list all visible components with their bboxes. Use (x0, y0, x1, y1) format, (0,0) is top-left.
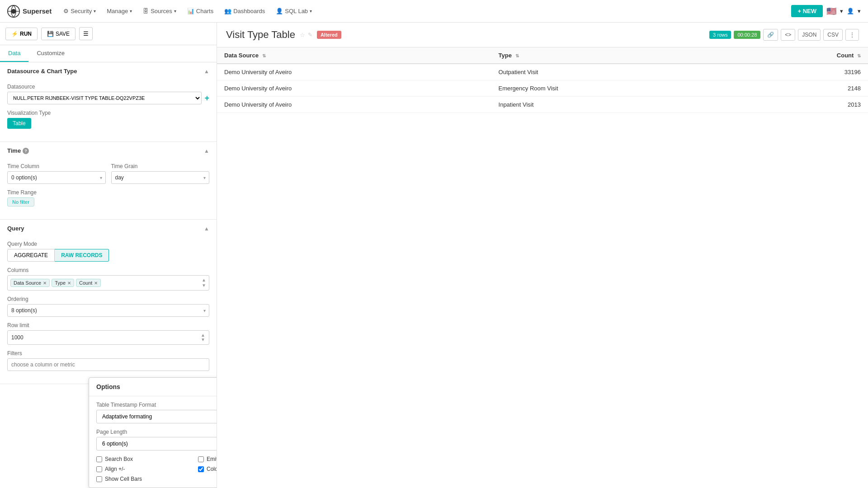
query-section-header[interactable]: Query ▲ (0, 220, 217, 237)
navbar-right: + NEW 🇺🇸 ▾ 👤 ▾ (791, 5, 861, 17)
link-button[interactable]: 🔗 (763, 29, 778, 41)
ordering-select[interactable]: 8 option(s) (7, 304, 209, 317)
table-row: Demo University of Aveiro Outpatient Vis… (217, 64, 868, 80)
query-section-title: Query (7, 225, 24, 232)
row-limit-value: 1000 (11, 334, 199, 341)
edit-icon[interactable]: ✎ (308, 32, 312, 38)
code-button[interactable]: <> (781, 29, 795, 41)
ordering-label: Ordering (7, 296, 209, 302)
page-length-wrapper: 6 option(s) (96, 437, 217, 450)
color-label: Color +/- (207, 466, 217, 472)
time-section-header[interactable]: Time ? ▲ (0, 142, 217, 160)
time-column-group: Time Column 0 option(s) (7, 163, 106, 184)
checkbox-emit-filter: Emit Filter Events (198, 456, 217, 462)
row-limit-down[interactable]: ▼ (201, 338, 205, 342)
filters-group: Filters (7, 350, 209, 371)
datasource-select[interactable]: NULL.PETER RIJNBEEK-VISIT TYPE TABLE-DQ2… (7, 92, 202, 104)
save-icon: 💾 (47, 31, 54, 37)
cell-type-2: Inpatient Visit (491, 97, 740, 113)
user-dropdown-icon[interactable]: ▾ (858, 8, 861, 14)
remove-datasource-col[interactable]: ✕ (43, 281, 47, 286)
options-panel: Options ▲ Table Timestamp Format Adaptat… (89, 377, 217, 488)
extra-button[interactable]: ☰ (79, 27, 93, 40)
table-head: Data Source ⇅ Type ⇅ Count ⇅ (217, 47, 868, 64)
nav-sqllab[interactable]: 👤 SQL Lab ▾ (271, 4, 316, 18)
chart-header: Visit Type Table ☆ ✎ Altered 3 rows 00:0… (217, 23, 868, 47)
col-header-type[interactable]: Type ⇅ (491, 47, 740, 64)
page-length-group: Page Length 6 option(s) (96, 429, 217, 450)
nav-sources[interactable]: 🗄 Sources ▾ (138, 4, 181, 18)
remove-type-col[interactable]: ✕ (67, 281, 71, 286)
query-section: Query ▲ Query Mode AGGREGATE RAW RECORDS… (0, 220, 217, 384)
navbar: Superset ⚙ Security ▾ Manage ▾ 🗄 Sources… (0, 0, 868, 23)
table-row: Demo University of Aveiro Inpatient Visi… (217, 97, 868, 113)
query-mode-label: Query Mode (7, 241, 209, 247)
align-label: Align +/- (105, 466, 125, 472)
time-column-select[interactable]: 0 option(s) (7, 171, 106, 184)
viz-type-button[interactable]: Table (7, 118, 31, 129)
brand-logo[interactable]: Superset (7, 5, 52, 18)
more-button[interactable]: ⋮ (845, 29, 859, 41)
collapse-icon: ▲ (204, 68, 209, 75)
columns-select[interactable]: Data Source ✕ Type ✕ Count ✕ (7, 275, 209, 291)
checkbox-color: Color +/- (198, 466, 217, 472)
viz-type-group: Visualization Type Table (7, 110, 209, 129)
run-button[interactable]: ⚡ RUN (5, 28, 38, 40)
raw-records-button[interactable]: RAW RECORDS (55, 249, 109, 262)
col-tag-type: Type ✕ (52, 279, 74, 287)
col-header-datasource[interactable]: Data Source ⇅ (217, 47, 491, 64)
remove-count-col[interactable]: ✕ (94, 281, 98, 286)
sqllab-icon: 👤 (276, 8, 283, 14)
timestamp-format-select[interactable]: Adaptative formating (96, 410, 217, 423)
cell-count-0: 33196 (739, 64, 868, 80)
app-body: ⚡ RUN 💾 SAVE ☰ Data Customize Datasource… (0, 23, 868, 488)
add-datasource-button[interactable]: + (204, 94, 209, 103)
align-checkbox[interactable] (96, 466, 102, 472)
nav-security[interactable]: ⚙ Security ▾ (59, 4, 100, 18)
no-filter-badge[interactable]: No filter (7, 197, 34, 206)
nav-dashboards[interactable]: 👥 Dashboards (220, 4, 269, 18)
tab-customize[interactable]: Customize (28, 45, 72, 62)
chevron-down-icon: ▾ (174, 9, 176, 14)
json-button[interactable]: JSON (798, 29, 821, 41)
dashboard-icon: 👥 (224, 8, 231, 14)
table-row: Demo University of Aveiro Emergency Room… (217, 80, 868, 97)
aggregate-button[interactable]: AGGREGATE (7, 249, 55, 262)
cell-datasource-2: Demo University of Aveiro (217, 97, 491, 113)
tab-data[interactable]: Data (0, 45, 28, 62)
cell-bars-checkbox[interactable] (96, 476, 102, 482)
favorite-icon[interactable]: ☆ (300, 32, 305, 38)
datasource-label: Datasource (7, 84, 209, 90)
datasource-section-header[interactable]: Datasource & Chart Type ▲ (0, 62, 217, 80)
csv-button[interactable]: CSV (823, 29, 843, 41)
flag-dropdown-icon[interactable]: ▾ (840, 8, 843, 14)
time-grain-group: Time Grain day (111, 163, 210, 184)
time-column-wrapper: 0 option(s) (7, 171, 106, 184)
time-grain-label: Time Grain (111, 163, 210, 169)
color-checkbox[interactable] (198, 466, 204, 472)
search-box-checkbox[interactable] (96, 456, 102, 462)
table-body: Demo University of Aveiro Outpatient Vis… (217, 64, 868, 113)
nav-charts[interactable]: 📊 Charts (183, 4, 218, 18)
col-sort-down[interactable]: ▼ (202, 283, 206, 288)
new-button[interactable]: + NEW (791, 5, 823, 17)
table-header-row: Data Source ⇅ Type ⇅ Count ⇅ (217, 47, 868, 64)
nav-manage[interactable]: Manage ▾ (102, 4, 137, 18)
timestamp-format-wrapper: Adaptative formating (96, 410, 217, 423)
save-button[interactable]: 💾 SAVE (41, 28, 75, 40)
time-grain-select[interactable]: day (111, 171, 210, 184)
user-icon[interactable]: 👤 (847, 8, 854, 14)
col-header-count[interactable]: Count ⇅ (739, 47, 868, 64)
col-sort-up[interactable]: ▲ (202, 278, 206, 282)
emit-filter-checkbox[interactable] (198, 456, 204, 462)
time-info-icon[interactable]: ? (23, 148, 29, 154)
sort-icon-datasource: ⇅ (262, 53, 266, 58)
flag-icon[interactable]: 🇺🇸 (826, 6, 836, 16)
cell-count-1: 2148 (739, 80, 868, 97)
chart-title-icons: ☆ ✎ (300, 32, 312, 38)
collapse-icon-time: ▲ (204, 148, 209, 154)
filters-input[interactable] (7, 358, 209, 371)
page-length-select[interactable]: 6 option(s) (96, 437, 217, 450)
rows-badge: 3 rows (709, 31, 731, 39)
right-panel: Visit Type Table ☆ ✎ Altered 3 rows 00:0… (217, 23, 868, 488)
